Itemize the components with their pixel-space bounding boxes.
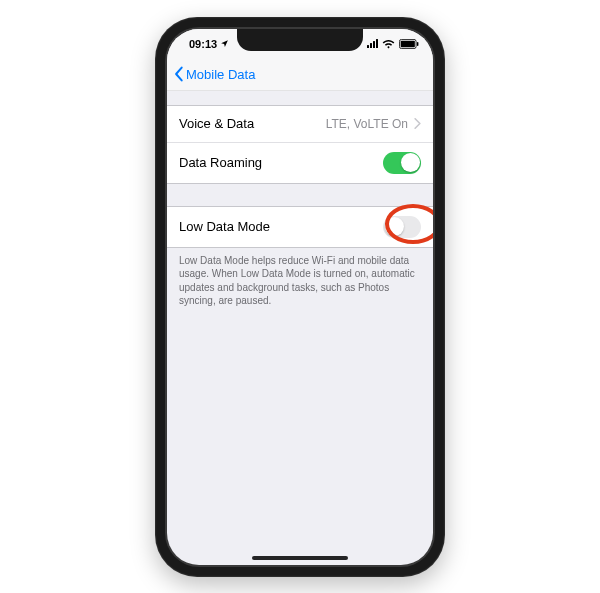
battery-icon	[399, 39, 419, 49]
low-data-mode-footer: Low Data Mode helps reduce Wi-Fi and mob…	[167, 248, 433, 308]
cellular-icon	[367, 39, 378, 48]
back-label: Mobile Data	[186, 67, 255, 82]
status-right	[367, 39, 419, 49]
status-left: 09:13	[189, 38, 229, 50]
toggle-knob	[385, 217, 404, 236]
settings-group-2: Low Data Mode	[167, 206, 433, 248]
data-roaming-label: Data Roaming	[179, 155, 262, 170]
settings-content: Voice & Data LTE, VoLTE On Data Roaming	[167, 91, 433, 308]
data-roaming-toggle[interactable]	[383, 152, 421, 174]
svg-rect-2	[417, 41, 419, 45]
screen: 09:13	[167, 29, 433, 565]
data-roaming-row: Data Roaming	[167, 142, 433, 183]
svg-rect-1	[401, 40, 415, 47]
voice-and-data-value-wrap: LTE, VoLTE On	[326, 117, 421, 131]
low-data-mode-toggle[interactable]	[383, 216, 421, 238]
phone-frame: 09:13	[155, 17, 445, 577]
voice-and-data-row[interactable]: Voice & Data LTE, VoLTE On	[167, 106, 433, 142]
notch	[237, 29, 363, 51]
location-icon	[220, 39, 229, 48]
home-indicator[interactable]	[252, 556, 348, 560]
nav-bar: Mobile Data	[167, 59, 433, 91]
status-time: 09:13	[189, 38, 217, 50]
voice-and-data-value: LTE, VoLTE On	[326, 117, 408, 131]
voice-and-data-label: Voice & Data	[179, 116, 254, 131]
low-data-mode-row: Low Data Mode	[167, 207, 433, 247]
toggle-knob	[401, 153, 420, 172]
chevron-right-icon	[414, 118, 421, 129]
chevron-left-icon	[173, 66, 184, 82]
wifi-icon	[382, 39, 395, 49]
settings-group-1: Voice & Data LTE, VoLTE On Data Roaming	[167, 105, 433, 184]
phone-bezel: 09:13	[165, 27, 435, 567]
back-button[interactable]: Mobile Data	[173, 66, 255, 82]
low-data-mode-label: Low Data Mode	[179, 219, 270, 234]
